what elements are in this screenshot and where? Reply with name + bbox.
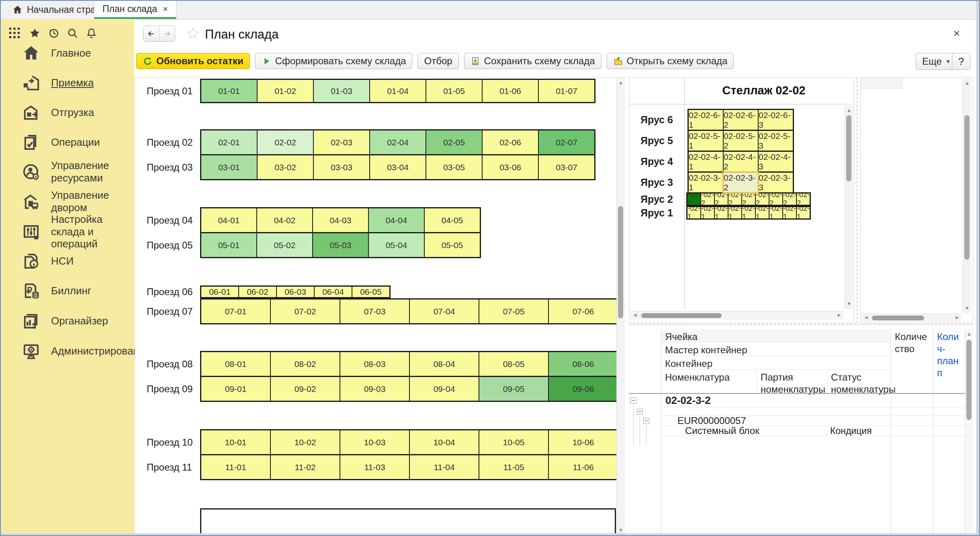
header-quantity-plan[interactable]: Колич- план п [933, 329, 965, 393]
scroll-left-icon[interactable]: ◄ [863, 314, 869, 320]
header-nomenclature[interactable]: Номенклатура [661, 370, 757, 393]
storage-cell-03-03[interactable]: 03-03 [314, 155, 369, 179]
storage-cell-07-06[interactable]: 07-06 [549, 300, 618, 323]
detail-horizontal-scrollbar[interactable]: ◄ ► [861, 314, 962, 322]
stock-row-02-02-3-2[interactable]: 02-02-3-2 [661, 393, 965, 408]
rack-cell-02-02-4-1[interactable]: 02-02-4-1 [689, 152, 723, 171]
rack-cell-02-02-6-1[interactable]: 02-02-6-1 [689, 110, 723, 130]
header-master-container[interactable]: Мастер контейнер [661, 342, 891, 356]
stock-row-EUR000000057[interactable]: EUR000000057 [661, 416, 965, 426]
storage-cell-01-06[interactable]: 01-06 [483, 80, 538, 102]
rack-cell-02-02-6-3[interactable]: 02-02-6-3 [759, 110, 793, 130]
stock-row-group[interactable] [661, 408, 965, 416]
scroll-right-icon[interactable]: ► [837, 312, 842, 318]
sidebar-item-billing[interactable]: ₽Биллинг [1, 276, 134, 306]
generate-schema-button[interactable]: Сформировать схему склада [255, 53, 413, 69]
rack-horizontal-scrollbar[interactable]: ◄ ► [630, 311, 844, 320]
storage-cell-11-04[interactable]: 11-04 [410, 455, 479, 479]
horizontal-splitter[interactable] [629, 324, 973, 325]
header-quantity[interactable]: Количество [891, 329, 933, 393]
rack-cell-02-02-3-1[interactable]: 02-02-3-1 [689, 173, 723, 192]
tab-close-icon[interactable]: × [163, 4, 168, 14]
scroll-right-icon[interactable]: ► [955, 314, 960, 320]
rack-cell-02-02-4-2[interactable]: 02-02-4-2 [724, 152, 758, 171]
storage-cell-07-03[interactable]: 07-03 [340, 300, 409, 323]
map-scrollbar-thumb[interactable] [618, 206, 623, 318]
storage-cell-02-02[interactable]: 02-02 [258, 130, 313, 154]
tab-warehouse-plan[interactable]: План склада × [94, 1, 176, 19]
sidebar-item-home[interactable]: Главное [1, 38, 134, 68]
storage-cell-02-04[interactable]: 02-04 [370, 130, 426, 154]
storage-cell-08-03[interactable]: 08-03 [340, 352, 409, 376]
storage-cell-06-04[interactable]: 06-04 [315, 287, 352, 297]
rack-cell-02-2[interactable]: -02-2 [769, 194, 782, 205]
storage-cell-01-02[interactable]: 01-02 [258, 80, 313, 102]
storage-cell-03-04[interactable]: 03-04 [370, 155, 426, 179]
storage-cell-11-05[interactable]: 11-05 [479, 455, 548, 479]
map-vertical-scrollbar[interactable]: ▲ ▼ [616, 77, 625, 536]
rack-cell-02-02-3-2[interactable]: 02-02-3-2 [724, 173, 758, 192]
save-schema-button[interactable]: Сохранить схему склада [464, 53, 602, 69]
storage-cell-10-03[interactable]: 10-03 [340, 430, 409, 454]
vertical-splitter[interactable] [857, 77, 857, 323]
storage-cell-09-04[interactable]: 09-04 [410, 377, 479, 401]
storage-cell-04-04[interactable]: 04-04 [369, 208, 424, 232]
back-button[interactable] [143, 26, 159, 41]
open-schema-button[interactable]: Открыть схему склада [607, 53, 734, 69]
scroll-left-icon[interactable]: ◄ [632, 312, 638, 318]
detail-hscrollbar-thumb[interactable] [872, 316, 924, 320]
storage-cell-08-02[interactable]: 08-02 [271, 352, 340, 376]
sidebar-item-receiving[interactable]: Приемка [1, 68, 134, 98]
storage-cell-01-03[interactable]: 01-03 [314, 80, 369, 102]
tree-collapse-icon[interactable]: − [637, 409, 643, 415]
rack-cell-02-02-4-3[interactable]: 02-02-4-3 [759, 152, 793, 171]
detail-vertical-scrollbar[interactable]: ▲ ▼ [963, 78, 971, 313]
storage-cell-05-05[interactable]: 05-05 [425, 233, 480, 257]
storage-cell-10-06[interactable]: 10-06 [549, 430, 618, 454]
storage-cell-11-02[interactable]: 11-02 [271, 455, 340, 479]
rack-cell-02-2[interactable]: -02-2 [687, 194, 700, 205]
forward-button[interactable] [159, 26, 175, 41]
filter-button[interactable]: Отбор [417, 53, 458, 69]
storage-cell-11-01[interactable]: 11-01 [201, 455, 270, 479]
sidebar-item-resources[interactable]: Управление ресурсами [1, 157, 134, 187]
storage-cell-09-03[interactable]: 09-03 [340, 377, 409, 401]
rack-cell-02-1[interactable]: -02-1 [715, 207, 728, 218]
rack-cell-02-1[interactable]: -02-1 [769, 207, 782, 218]
rack-cell-02-2[interactable]: -02-2 [701, 194, 714, 205]
storage-cell-03-02[interactable]: 03-02 [258, 155, 313, 179]
storage-cell-02-06[interactable]: 02-06 [483, 130, 538, 154]
storage-cell-03-01[interactable]: 03-01 [201, 155, 257, 179]
storage-cell-11-06[interactable]: 11-06 [549, 455, 618, 479]
storage-cell-07-01[interactable]: 07-01 [201, 300, 270, 323]
scroll-down-icon[interactable]: ▼ [845, 301, 853, 307]
storage-cell-04-02[interactable]: 04-02 [257, 208, 312, 232]
sidebar-item-administration[interactable]: Администрирование [1, 336, 134, 366]
storage-cell-03-07[interactable]: 03-07 [539, 155, 594, 179]
storage-cell-09-01[interactable]: 09-01 [201, 377, 270, 401]
storage-cell-01-01[interactable]: 01-01 [201, 80, 257, 102]
rack-cell-02-1[interactable]: -02-1 [742, 207, 755, 218]
rack-cell-02-1[interactable]: -02-1 [756, 207, 769, 218]
sidebar-item-shipping[interactable]: Отгрузка [1, 98, 134, 127]
storage-cell-11-03[interactable]: 11-03 [340, 455, 409, 479]
storage-cell-07-04[interactable]: 07-04 [410, 300, 479, 323]
storage-cell-08-04[interactable]: 08-04 [410, 352, 479, 376]
storage-cell-01-05[interactable]: 01-05 [426, 80, 482, 102]
rack-cell-02-2[interactable]: -02-2 [797, 194, 810, 205]
scroll-up-icon[interactable]: ▲ [965, 331, 973, 337]
more-button[interactable]: Еще ▼ [916, 53, 957, 70]
header-cell[interactable]: Ячейка [661, 329, 891, 342]
storage-cell-04-03[interactable]: 04-03 [313, 208, 368, 232]
rack-hscrollbar-thumb[interactable] [641, 313, 722, 318]
header-container[interactable]: Контейнер [661, 356, 891, 370]
tree-collapse-icon[interactable]: − [643, 418, 649, 424]
storage-cell-10-01[interactable]: 10-01 [201, 430, 270, 454]
history-button[interactable] [48, 27, 59, 39]
rack-cell-02-1[interactable]: -02-1 [783, 207, 796, 218]
form-close-icon[interactable]: × [953, 26, 960, 40]
rack-cell-02-2[interactable]: -02-2 [783, 194, 796, 205]
storage-cell-05-03[interactable]: 05-03 [313, 233, 368, 257]
storage-cell-08-01[interactable]: 08-01 [201, 352, 270, 376]
storage-cell-02-05[interactable]: 02-05 [426, 130, 482, 154]
